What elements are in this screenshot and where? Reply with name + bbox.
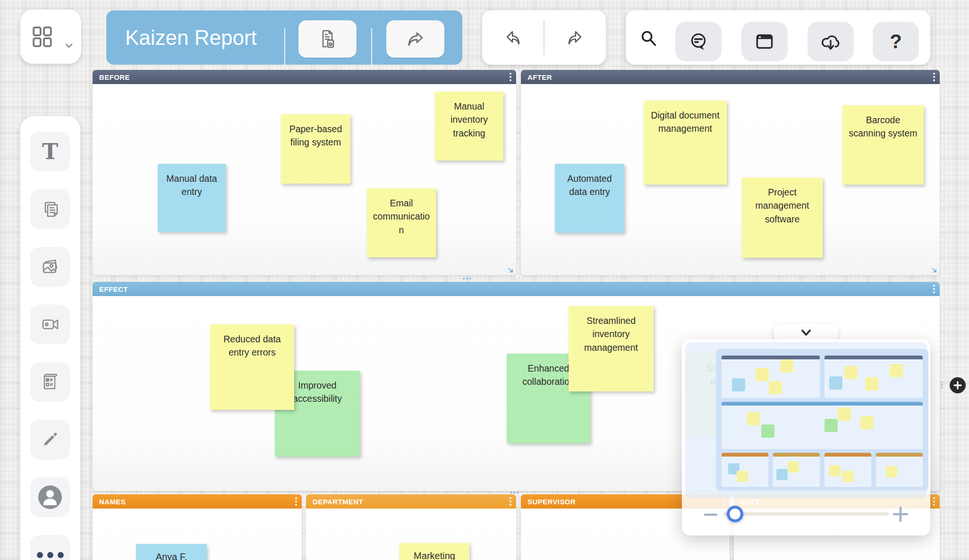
minimap-board[interactable] — [716, 349, 928, 491]
grid-icon — [32, 26, 53, 48]
section-label: BEFORE — [99, 73, 130, 81]
minimap-note — [844, 366, 858, 379]
section-label: SUPERVISOR — [527, 498, 576, 506]
sticky-notes-tool[interactable] — [30, 189, 70, 229]
minimap-note — [756, 368, 769, 381]
minimap-note — [737, 471, 748, 482]
utilities-card: ? — [626, 10, 930, 65]
zoom-out-button[interactable] — [704, 512, 718, 517]
sticky-note[interactable]: Manual data entry — [158, 164, 226, 232]
zoom-in-button[interactable] — [892, 506, 909, 522]
sticky-note[interactable]: Project management software — [742, 178, 823, 258]
history-card — [482, 10, 606, 65]
section-effect-header[interactable]: EFFECT — [93, 282, 940, 296]
comment-icon — [687, 30, 710, 53]
section-drag-handle[interactable] — [463, 278, 471, 280]
zoom-slider-track[interactable] — [723, 512, 889, 516]
video-camera-icon — [39, 313, 61, 336]
section-department-header[interactable]: DEPARTMENT — [306, 494, 516, 509]
minimap-note — [829, 465, 841, 476]
kebab-menu-icon[interactable] — [510, 73, 511, 81]
section-label: DEPARTMENT — [313, 498, 363, 506]
form-tool[interactable] — [30, 362, 70, 402]
minimap-note — [824, 419, 838, 432]
text-tool-icon: T — [42, 141, 58, 162]
user-tool[interactable] — [30, 477, 70, 517]
chevron-down-icon — [799, 328, 813, 338]
sticky-note[interactable]: Anya F. — [136, 544, 207, 560]
divider — [371, 28, 372, 65]
tools-sidebar: T — [20, 116, 80, 560]
minimap-note — [860, 416, 874, 429]
section-label: AFTER — [527, 73, 552, 81]
document-icon — [316, 28, 339, 51]
kebab-menu-icon[interactable] — [510, 497, 511, 506]
image-tool[interactable] — [30, 247, 70, 287]
chevron-down-icon — [64, 42, 74, 50]
share-button[interactable] — [386, 20, 444, 58]
board-menu-button[interactable] — [20, 9, 81, 64]
avatar-icon — [37, 484, 63, 510]
pencil-icon — [39, 428, 61, 451]
minimap-note — [838, 407, 851, 421]
edge-handle[interactable] — [941, 382, 943, 389]
minimap-note — [780, 359, 793, 373]
canvas[interactable]: BEFORE AFTER EFFECT NAMES DEPARTMENT — [0, 0, 969, 560]
board-title-bar: Kaizen Report — [106, 10, 462, 65]
minimap-note — [732, 378, 745, 391]
zoom-slider-knob[interactable] — [727, 506, 743, 522]
share-icon — [404, 28, 427, 51]
card-panel-icon — [753, 30, 776, 53]
resize-arrow-icon[interactable] — [507, 267, 514, 274]
minimap-note — [865, 377, 878, 390]
divider — [284, 28, 285, 65]
draw-tool[interactable] — [30, 420, 70, 459]
sticky-note[interactable]: Manual inventory tracking — [435, 92, 503, 161]
template-button[interactable] — [298, 20, 357, 58]
cloud-download-button[interactable] — [808, 22, 854, 61]
kebab-menu-icon[interactable] — [933, 73, 935, 81]
minimap-note — [886, 466, 897, 477]
undo-icon[interactable] — [503, 27, 524, 48]
section-before-header[interactable]: BEFORE — [93, 70, 516, 84]
add-section-button[interactable] — [950, 377, 966, 393]
section-names-header[interactable]: NAMES — [93, 494, 302, 509]
sticky-note[interactable]: Reduced data entry errors — [210, 324, 294, 410]
sticky-note[interactable]: Digital document management — [644, 101, 727, 185]
sticky-note[interactable]: Streamlined inventory management — [569, 306, 654, 391]
redo-icon[interactable] — [564, 27, 585, 48]
minimap-section — [722, 402, 923, 449]
plus-icon — [953, 381, 962, 390]
section-label: EFFECT — [99, 285, 128, 293]
kebab-menu-icon[interactable] — [933, 497, 935, 506]
image-icon — [39, 255, 61, 278]
notes-icon — [39, 198, 61, 221]
sticky-note[interactable]: Paper-based filing system — [281, 114, 350, 184]
minimap-note — [788, 461, 799, 473]
sticky-note[interactable]: Email communication — [367, 188, 436, 257]
minimap-note — [829, 376, 842, 390]
help-button[interactable]: ? — [873, 22, 919, 61]
more-tool[interactable] — [30, 535, 70, 560]
board-title[interactable]: Kaizen Report — [125, 10, 257, 65]
section-after-header[interactable]: AFTER — [521, 70, 940, 84]
minimap-section — [876, 453, 923, 487]
sticky-note[interactable]: Marketing — [400, 543, 469, 560]
help-label: ? — [890, 30, 902, 53]
minimap-note — [776, 469, 788, 480]
kebab-menu-icon[interactable] — [295, 497, 297, 506]
section-drag-handle[interactable] — [510, 492, 518, 493]
comments-button[interactable] — [675, 22, 722, 61]
sticky-note[interactable]: Barcode scanning system — [842, 105, 924, 185]
minimap-note — [890, 364, 903, 377]
divider — [544, 20, 544, 55]
text-tool[interactable]: T — [30, 132, 70, 171]
sticky-note[interactable]: Automated data entry — [555, 164, 624, 233]
search-icon[interactable] — [638, 27, 660, 49]
card-panel-button[interactable] — [741, 22, 788, 61]
minimap-note — [747, 412, 760, 425]
resize-arrow-icon[interactable] — [931, 267, 938, 274]
minimap-note — [769, 381, 782, 394]
kebab-menu-icon[interactable] — [933, 285, 935, 293]
video-tool[interactable] — [30, 305, 70, 344]
